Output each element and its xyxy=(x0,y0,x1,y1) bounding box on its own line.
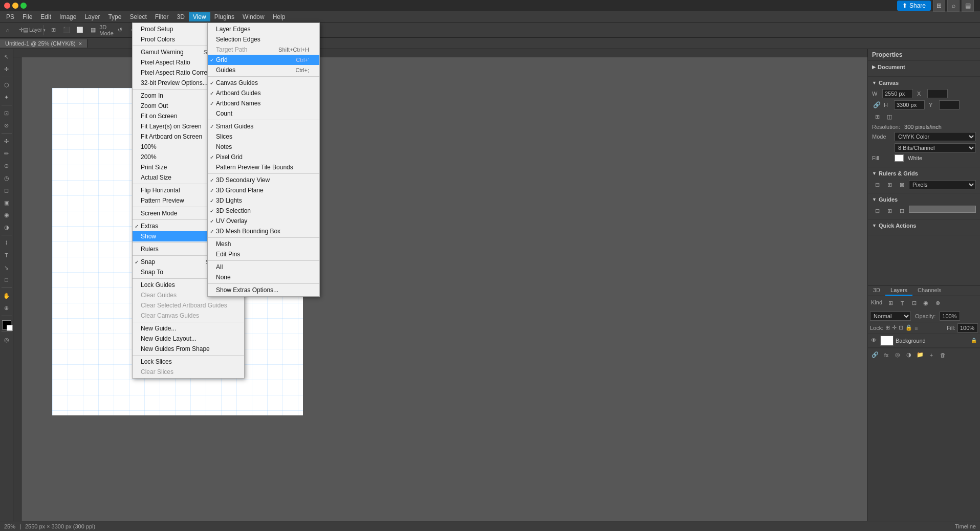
layer-row-background[interactable]: 👁 Background 🔒 xyxy=(868,334,980,348)
tool-eraser[interactable]: ◻ xyxy=(1,185,12,196)
menu-filter[interactable]: Filter xyxy=(151,12,173,21)
menu-layer[interactable]: Layer xyxy=(80,12,104,21)
tool-pen[interactable]: ⌇ xyxy=(1,237,12,249)
menu-help[interactable]: Help xyxy=(269,12,290,21)
show-pixel-grid[interactable]: ✓ Pixel Grid xyxy=(208,152,319,162)
search-button[interactable]: ⌕ xyxy=(947,0,960,12)
opacity-input[interactable] xyxy=(940,312,960,321)
show-3d-secondary-view[interactable]: ✓ 3D Secondary View xyxy=(208,175,319,185)
menu-edit[interactable]: Edit xyxy=(36,12,55,21)
quick-mask[interactable]: ◎ xyxy=(1,334,12,345)
show-notes[interactable]: Notes xyxy=(208,142,319,152)
tool-brush[interactable]: ✏ xyxy=(1,148,12,159)
layers-btn[interactable]: ▤ Layer ▾ xyxy=(29,25,40,36)
tool-gradient[interactable]: ▣ xyxy=(1,197,12,208)
tool-history[interactable]: ◷ xyxy=(1,172,12,184)
view-new-guide[interactable]: New Guide... xyxy=(133,323,244,334)
rulers-icon-3[interactable]: ⊠ xyxy=(897,180,907,190)
x-input[interactable] xyxy=(927,89,948,98)
layer-folder-icon[interactable]: 📁 xyxy=(915,350,925,360)
show-count[interactable]: Count xyxy=(208,108,319,119)
show-artboard-names[interactable]: ✓ Artboard Names xyxy=(208,98,319,108)
background-color[interactable] xyxy=(7,325,13,331)
layer-link-icon[interactable]: 🔗 xyxy=(870,350,880,360)
mode-select[interactable]: CMYK Color xyxy=(895,132,976,141)
document-tab[interactable]: Untitled-1 @ 25% (CMYK/8) × xyxy=(0,39,88,48)
guides-icon-1[interactable]: ⊟ xyxy=(872,206,882,216)
align-center-btn[interactable]: ⬜ xyxy=(74,25,85,36)
mode-3d-btn[interactable]: 3D Mode xyxy=(101,25,112,36)
lock-pos-icon[interactable]: ✛ xyxy=(892,324,897,331)
show-artboard-guides[interactable]: ✓ Artboard Guides xyxy=(208,88,319,98)
guides-header[interactable]: ▼ Guides xyxy=(872,196,976,203)
show-selection-edges[interactable]: Selection Edges xyxy=(208,34,319,45)
menu-file[interactable]: File xyxy=(18,12,36,21)
filter-icon-4[interactable]: ◉ xyxy=(921,298,931,308)
show-mesh[interactable]: Mesh xyxy=(208,239,319,249)
show-uv-overlay[interactable]: ✓ UV Overlay xyxy=(208,216,319,226)
lock-more-icon[interactable]: ≡ xyxy=(914,325,918,331)
home-tool[interactable]: ⌂ xyxy=(2,25,13,36)
menu-type[interactable]: Type xyxy=(104,12,125,21)
rulers-grids-header[interactable]: ▼ Rulers & Grids xyxy=(872,170,976,176)
align-left-btn[interactable]: ⬛ xyxy=(61,25,72,36)
filter-icon-2[interactable]: T xyxy=(897,298,907,308)
tool-magic-wand[interactable]: ✦ xyxy=(1,92,12,103)
filter-icon-3[interactable]: ⊡ xyxy=(909,298,919,308)
canvas-icon-1[interactable]: ⊞ xyxy=(872,112,882,122)
show-extras-options[interactable]: Show Extras Options... xyxy=(208,285,319,295)
menu-3d[interactable]: 3D xyxy=(172,12,188,21)
lock-artboard-icon[interactable]: ⊡ xyxy=(899,324,903,331)
tool-select[interactable]: ↖ xyxy=(1,51,12,62)
properties-toggle[interactable]: ▤ xyxy=(962,0,974,12)
share-button[interactable]: ⬆ Share xyxy=(897,1,931,11)
guides-icon-3[interactable]: ⊡ xyxy=(897,206,907,216)
filter-icon-1[interactable]: ⊞ xyxy=(885,298,896,308)
layer-fx-icon[interactable]: fx xyxy=(881,350,891,360)
layer-adjustment-icon[interactable]: ◑ xyxy=(904,350,914,360)
show-grid[interactable]: ✓ Grid Ctrl+' xyxy=(208,55,319,65)
maximize-button[interactable] xyxy=(20,3,27,9)
show-pattern-preview-tile-bounds[interactable]: Pattern Preview Tile Bounds xyxy=(208,162,319,172)
tab-3d[interactable]: 3D xyxy=(868,285,885,296)
rulers-icon-2[interactable]: ⊞ xyxy=(884,180,895,190)
show-none[interactable]: None xyxy=(208,272,319,282)
tab-close-button[interactable]: × xyxy=(79,40,82,47)
document-section-header[interactable]: ▶ Document xyxy=(872,64,976,70)
show-smart-guides[interactable]: ✓ Smart Guides xyxy=(208,121,319,131)
view-lock-slices[interactable]: Lock Slices xyxy=(133,357,244,367)
tool-shape[interactable]: □ xyxy=(1,274,12,285)
y-input[interactable] xyxy=(939,100,960,109)
guide-color-swatch[interactable] xyxy=(909,206,976,213)
show-edit-pins[interactable]: Edit Pins xyxy=(208,249,319,259)
tool-hand[interactable]: ✋ xyxy=(1,290,12,301)
quick-actions-header[interactable]: ▼ Quick Actions xyxy=(872,223,976,229)
tab-layers[interactable]: Layers xyxy=(885,285,912,296)
tool-zoom[interactable]: ⊕ xyxy=(1,302,12,314)
show-slices[interactable]: Slices xyxy=(208,131,319,142)
layer-new-icon[interactable]: + xyxy=(926,350,937,360)
fill-input-layers[interactable] xyxy=(957,323,978,333)
show-3d-mesh-bounding-box[interactable]: ✓ 3D Mesh Bounding Box xyxy=(208,226,319,236)
tool-crop[interactable]: ⊡ xyxy=(1,107,12,119)
tool-eyedropper[interactable]: ⊘ xyxy=(1,120,12,131)
blend-mode-select[interactable]: Normal xyxy=(870,312,911,321)
tool-lasso[interactable]: ⬡ xyxy=(1,79,12,91)
show-3d-lights[interactable]: ✓ 3D Lights xyxy=(208,195,319,206)
tool-type[interactable]: T xyxy=(1,250,12,261)
view-new-guide-layout[interactable]: New Guide Layout... xyxy=(133,334,244,344)
tool-stamp[interactable]: ⊙ xyxy=(1,160,12,171)
menu-ps[interactable]: PS xyxy=(2,12,18,21)
menu-select[interactable]: Select xyxy=(125,12,150,21)
tab-channels[interactable]: Channels xyxy=(912,285,946,296)
lock-pixels-icon[interactable]: ⊞ xyxy=(885,324,890,331)
show-canvas-guides[interactable]: ✓ Canvas Guides xyxy=(208,78,319,88)
foreground-color[interactable] xyxy=(2,320,11,329)
bits-select[interactable]: 8 Bits/Channel xyxy=(895,143,976,152)
layer-mask-icon[interactable]: ◎ xyxy=(892,350,903,360)
workspace-button[interactable]: ⊞ xyxy=(933,0,945,12)
show-3d-selection[interactable]: ✓ 3D Selection xyxy=(208,206,319,216)
close-button[interactable] xyxy=(4,3,10,9)
tool-heal[interactable]: ✣ xyxy=(1,136,12,147)
lock-all-icon[interactable]: 🔒 xyxy=(905,324,912,331)
